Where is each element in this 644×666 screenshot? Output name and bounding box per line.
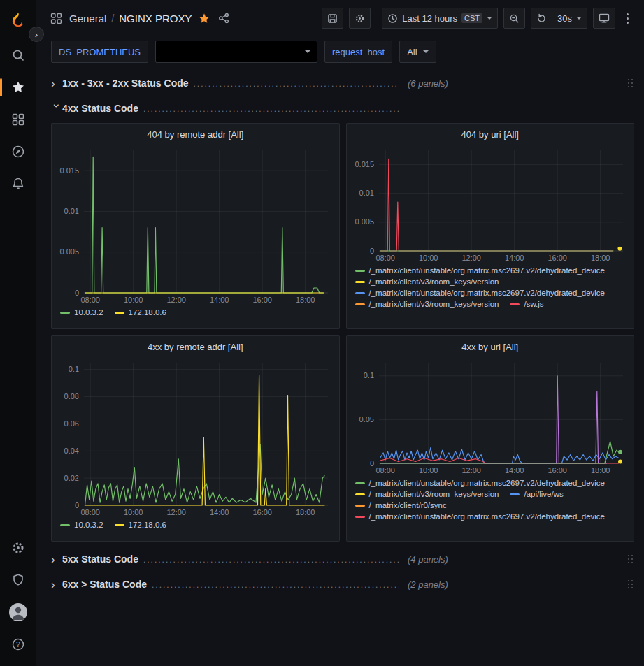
share-button[interactable] (217, 11, 231, 25)
row-drag-handle-icon[interactable] (628, 554, 634, 564)
legend-item[interactable]: /_matrix/client/v3/room_keys/version (355, 277, 499, 286)
legend-item[interactable]: /_matrix/client/unstable/org.matrix.msc2… (355, 479, 606, 487)
legend-item[interactable]: /_matrix/client/unstable/org.matrix.msc2… (355, 289, 606, 297)
chart-legend: 10.0.3.2172.18.0.6 (56, 518, 335, 529)
timeseries-chart-4xx-by-uri[interactable]: 08:0010:0012:0014:0016:0018:0000.050.1 (351, 357, 630, 476)
chevron-down-icon (305, 50, 310, 53)
datasource-variable-value-select[interactable] (155, 41, 317, 63)
legend-color-marker (355, 493, 365, 495)
svg-text:0: 0 (75, 289, 79, 297)
request-host-variable-value-select[interactable]: All (399, 41, 436, 63)
chart-legend: 10.0.3.2172.18.0.6 (56, 305, 335, 317)
sidebar-expand-button[interactable]: › (29, 27, 44, 42)
row-drag-handle-icon[interactable] (628, 78, 634, 88)
refresh-group: 30s (531, 8, 587, 29)
row-header-1xx-3xx-2xx[interactable]: › 1xx - 3xx - 2xx Status Code ..........… (51, 73, 634, 94)
legend-item[interactable]: 172.18.0.6 (115, 521, 166, 529)
request-host-value: All (407, 47, 417, 57)
refresh-button[interactable] (531, 8, 552, 29)
svg-text:0.04: 0.04 (64, 447, 79, 455)
person-icon (9, 603, 27, 621)
timeseries-chart-404-by-remote-addr[interactable]: 08:0010:0012:0014:0016:0018:0000.0050.01… (56, 145, 335, 305)
favorite-star-button[interactable] (197, 11, 211, 25)
row-title: 1xx - 3xx - 2xx Status Code (62, 78, 189, 89)
legend-color-marker (510, 303, 520, 305)
legend-item[interactable]: 172.18.0.6 (115, 308, 166, 317)
svg-text:08:00: 08:00 (375, 466, 395, 475)
sidebar-item-starred[interactable] (3, 71, 34, 103)
row-panel-count: (2 panels) (408, 579, 448, 590)
cycle-view-mode-button[interactable] (593, 8, 615, 29)
panel-title[interactable]: 4xx by uri [All] (351, 336, 630, 357)
sidebar-item-help[interactable]: ? (3, 628, 34, 660)
panel-title[interactable]: 404 by remote addr [All] (56, 124, 335, 145)
sidebar-item-explore[interactable] (3, 136, 34, 168)
more-options-button[interactable] (621, 10, 634, 27)
svg-text:16:00: 16:00 (252, 296, 272, 304)
main-area: General / NGINX PROXY (36, 0, 644, 666)
panel-title[interactable]: 4xx by remote addr [All] (56, 336, 335, 357)
svg-text:08:00: 08:00 (80, 508, 100, 516)
template-variables-bar: DS_PROMETHEUS request_host All (36, 36, 644, 68)
legend-item[interactable]: 10.0.3.2 (60, 308, 103, 317)
legend-item[interactable]: /api/live/ws (510, 490, 563, 498)
row-title-wrap: 5xx Status Code ........................… (62, 553, 399, 565)
legend-label: /_matrix/client/unstable/org.matrix.msc2… (369, 512, 606, 521)
svg-text:18:00: 18:00 (590, 254, 610, 262)
refresh-icon (536, 13, 547, 24)
row-header-4xx[interactable]: › 4xx Status Code ......................… (51, 98, 634, 119)
request-host-variable-label[interactable]: request_host (324, 41, 392, 63)
sidebar-item-configuration[interactable] (3, 532, 34, 564)
legend-label: /_matrix/client/unstable/org.matrix.msc2… (369, 266, 606, 275)
svg-text:08:00: 08:00 (375, 254, 395, 262)
legend-item[interactable]: /_matrix/client/unstable/org.matrix.msc2… (355, 266, 606, 275)
question-mark-glyph: ? (16, 640, 20, 649)
legend-item[interactable]: /_matrix/client/v3/room_keys/version (355, 490, 499, 498)
timeseries-chart-4xx-by-remote-addr[interactable]: 08:0010:0012:0014:0016:0018:0000.020.040… (56, 357, 335, 518)
sidebar-item-server-admin[interactable] (3, 564, 34, 596)
datasource-variable-label[interactable]: DS_PROMETHEUS (51, 41, 148, 63)
panel-4xx-by-uri: 4xx by uri [All] 08:0010:0012:0014:0016:… (346, 335, 635, 542)
legend-color-marker (355, 281, 365, 283)
legend-item[interactable]: /_matrix/client/v3/room_keys/version (355, 300, 499, 308)
svg-text:10:00: 10:00 (418, 254, 438, 262)
zoom-out-time-button[interactable] (503, 8, 525, 29)
row-dots-filler: ........................................… (143, 555, 399, 565)
row-header-6xx[interactable]: › 6xx > Status Code ....................… (51, 574, 634, 595)
svg-text:14:00: 14:00 (504, 254, 524, 262)
row-title: 4xx Status Code (62, 103, 138, 114)
sidebar-item-alerting[interactable] (3, 168, 34, 200)
chevron-down-icon (487, 17, 492, 20)
svg-text:18:00: 18:00 (296, 296, 315, 304)
row-header-5xx[interactable]: › 5xx Status Code ......................… (51, 549, 634, 570)
svg-text:14:00: 14:00 (210, 296, 229, 304)
dashboard-settings-button[interactable] (349, 8, 371, 29)
legend-label: /_matrix/client/v3/room_keys/version (369, 490, 499, 498)
time-range-picker[interactable]: Last 12 hours CST (382, 8, 498, 29)
save-dashboard-button[interactable] (322, 8, 343, 29)
row-title: 5xx Status Code (62, 553, 138, 565)
legend-label: /api/live/ws (524, 490, 563, 498)
apps-grid-icon[interactable] (49, 11, 64, 26)
svg-text:14:00: 14:00 (210, 508, 229, 516)
row-dots-filler: ........................................… (194, 79, 399, 89)
legend-item[interactable]: 10.0.3.2 (60, 521, 103, 529)
legend-item[interactable]: /_matrix/client/r0/sync (355, 501, 447, 509)
panel-title[interactable]: 404 by uri [All] (351, 124, 630, 145)
chart-legend: /_matrix/client/unstable/org.matrix.msc2… (351, 476, 630, 521)
sidebar-item-dashboards[interactable] (3, 103, 34, 136)
timeseries-chart-404-by-uri[interactable]: 08:0010:0012:0014:0016:0018:0000.0050.01… (351, 145, 630, 263)
star-filled-icon (199, 13, 210, 24)
sidebar-item-search[interactable] (3, 39, 34, 71)
legend-item[interactable]: /sw.js (510, 300, 543, 308)
legend-item[interactable]: /_matrix/client/unstable/org.matrix.msc2… (355, 512, 606, 521)
legend-label: 10.0.3.2 (74, 521, 103, 529)
refresh-interval-select[interactable]: 30s (552, 8, 587, 29)
panel-4xx-by-remote-addr: 4xx by remote addr [All] 08:0010:0012:00… (51, 335, 340, 542)
chevron-down-icon: › (51, 103, 63, 115)
sidebar-item-profile[interactable] (3, 596, 34, 628)
refresh-interval-value: 30s (557, 13, 572, 24)
row-drag-handle-icon[interactable] (628, 579, 634, 589)
breadcrumb-section[interactable]: General (69, 13, 106, 24)
dashboard-body: › 1xx - 3xx - 2xx Status Code ..........… (36, 68, 644, 666)
